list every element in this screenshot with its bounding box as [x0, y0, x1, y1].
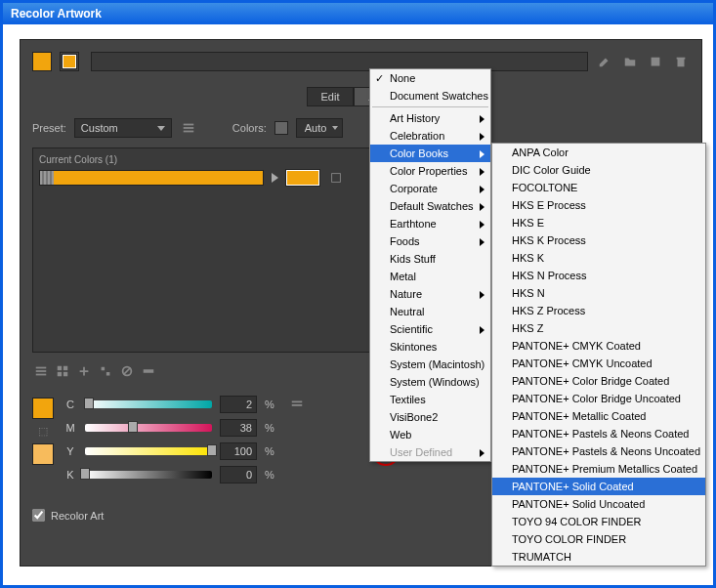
submenu-item[interactable]: PANTONE+ Premium Metallics Coated — [492, 460, 705, 478]
result-swatch-tint[interactable] — [32, 443, 54, 465]
svg-rect-7 — [58, 366, 62, 370]
submenu-item[interactable]: HKS K — [492, 249, 705, 267]
merge-icon[interactable] — [75, 362, 93, 380]
menu-item[interactable]: Textiles — [370, 391, 490, 408]
menu-item[interactable]: None — [370, 69, 490, 87]
color-group-swatch[interactable] — [60, 52, 79, 71]
menu-item[interactable]: Foods — [370, 232, 490, 250]
submenu-item[interactable]: HKS E Process — [492, 196, 705, 214]
menu-item[interactable]: Metal — [370, 268, 490, 285]
edit-pencil-icon[interactable] — [596, 53, 613, 70]
submenu-item[interactable]: HKS N Process — [492, 267, 705, 284]
slider-m-label: M — [63, 422, 77, 434]
menu-item[interactable]: VisiBone2 — [370, 408, 490, 426]
slider-y-label: Y — [63, 445, 77, 457]
slider-y-value[interactable]: 100 — [220, 442, 257, 460]
active-colors-swatch[interactable] — [32, 52, 52, 71]
preset-options-icon[interactable] — [180, 119, 197, 137]
submenu-item[interactable]: PANTONE+ Pastels & Neons Coated — [492, 425, 705, 442]
submenu-item[interactable]: PANTONE+ CMYK Coated — [492, 337, 705, 355]
slider-k-track[interactable] — [85, 471, 212, 479]
slider-k-row: K 0 % — [63, 466, 306, 483]
row-options-icon[interactable] — [327, 169, 345, 187]
submenu-item[interactable]: TOYO 94 COLOR FINDER — [492, 513, 705, 530]
slider-c-track[interactable] — [85, 400, 212, 408]
submenu-item[interactable]: PANTONE+ Metallic Coated — [492, 407, 705, 425]
svg-rect-6 — [36, 374, 47, 376]
menu-item[interactable]: Nature — [370, 285, 490, 303]
submenu-item[interactable]: PANTONE+ CMYK Uncoated — [492, 355, 705, 372]
submenu-item[interactable]: PANTONE+ Color Bridge Uncoated — [492, 390, 705, 407]
slider-k-value[interactable]: 0 — [220, 466, 257, 483]
grid-view-icon[interactable] — [54, 362, 71, 380]
svg-rect-2 — [184, 131, 194, 133]
menu-item[interactable]: Web — [370, 426, 490, 443]
slider-y-row: Y 100 % — [63, 442, 306, 460]
new-row-icon[interactable] — [140, 362, 157, 380]
tab-edit[interactable]: Edit — [307, 87, 355, 106]
menu-item[interactable]: System (Macintosh) — [370, 356, 490, 373]
slider-options-icon[interactable] — [288, 396, 306, 413]
arrow-right-icon — [272, 173, 278, 183]
slider-y-track[interactable] — [85, 447, 212, 455]
slider-c-value[interactable]: 2 — [220, 396, 257, 413]
submenu-item[interactable]: TOYO COLOR FINDER — [492, 530, 705, 548]
submenu-item[interactable]: HKS N — [492, 284, 705, 302]
submenu-item[interactable]: HKS Z — [492, 319, 705, 337]
submenu-item[interactable]: FOCOLTONE — [492, 179, 705, 196]
color-books-submenu[interactable]: ANPA ColorDIC Color GuideFOCOLTONEHKS E … — [491, 143, 706, 567]
new-color-swatch[interactable] — [286, 170, 319, 186]
current-colors-header: Current Colors (1) — [39, 154, 117, 165]
menu-item[interactable]: Default Swatches — [370, 197, 490, 215]
submenu-item[interactable]: PANTONE+ Pastels & Neons Uncoated — [492, 442, 705, 460]
exclude-icon[interactable] — [118, 362, 136, 380]
separate-icon[interactable] — [97, 362, 114, 380]
list-view-icon[interactable] — [32, 362, 50, 380]
recolor-art-checkbox[interactable] — [32, 509, 45, 522]
preset-row: Preset: Custom Colors: Auto — [32, 118, 690, 138]
menu-item[interactable]: Neutral — [370, 303, 490, 320]
submenu-item[interactable]: PANTONE+ Color Bridge Coated — [492, 372, 705, 390]
submenu-item[interactable]: ANPA Color — [492, 144, 705, 161]
menu-item[interactable]: Color Books — [370, 145, 490, 162]
menu-item[interactable]: Skintones — [370, 338, 490, 356]
menu-item[interactable]: Scientific — [370, 320, 490, 338]
submenu-item[interactable]: PANTONE+ Solid Coated — [492, 478, 705, 495]
menu-item[interactable]: Corporate — [370, 180, 490, 197]
submenu-item[interactable]: TRUMATCH — [492, 548, 705, 566]
limit-color-menu[interactable]: NoneDocument SwatchesArt HistoryCelebrat… — [369, 68, 491, 462]
svg-rect-22 — [292, 401, 303, 403]
svg-rect-23 — [292, 404, 303, 406]
current-color-bar[interactable] — [39, 170, 264, 186]
titlebar[interactable]: Recolor Artwork — [3, 3, 713, 24]
save-group-icon[interactable] — [647, 53, 664, 70]
trash-icon[interactable] — [672, 53, 690, 70]
result-swatch[interactable] — [32, 398, 54, 419]
svg-rect-1 — [184, 127, 194, 129]
colors-auto-dropdown[interactable]: Auto — [296, 118, 344, 138]
client-area: Edit Assign Preset: Custom Colors: Auto … — [6, 27, 710, 582]
new-folder-icon[interactable] — [621, 53, 639, 70]
menu-item[interactable]: Art History — [370, 109, 490, 127]
menu-item[interactable]: Document Swatches — [370, 87, 490, 105]
color-group-name-input[interactable] — [91, 52, 588, 71]
menu-item[interactable]: Kids Stuff — [370, 250, 490, 268]
slider-m-value[interactable]: 38 — [220, 419, 257, 437]
svg-rect-9 — [58, 372, 62, 376]
submenu-item[interactable]: PANTONE+ Solid Uncoated — [492, 495, 705, 513]
menu-item[interactable]: Color Properties — [370, 162, 490, 180]
submenu-item[interactable]: DIC Color Guide — [492, 161, 705, 179]
colors-label: Colors: — [232, 122, 267, 134]
slider-c-row: C 2 % — [63, 396, 306, 413]
menu-item: User Defined — [370, 443, 490, 461]
colors-swatch-icon[interactable] — [274, 121, 288, 135]
preset-dropdown[interactable]: Custom — [74, 118, 172, 138]
submenu-item[interactable]: HKS E — [492, 214, 705, 231]
menu-item[interactable]: Earthtone — [370, 215, 490, 232]
slider-m-track[interactable] — [85, 424, 212, 432]
menu-item[interactable]: System (Windows) — [370, 373, 490, 391]
menu-item[interactable]: Celebration — [370, 127, 490, 145]
submenu-item[interactable]: HKS K Process — [492, 231, 705, 249]
svg-rect-3 — [332, 174, 341, 183]
submenu-item[interactable]: HKS Z Process — [492, 302, 705, 319]
